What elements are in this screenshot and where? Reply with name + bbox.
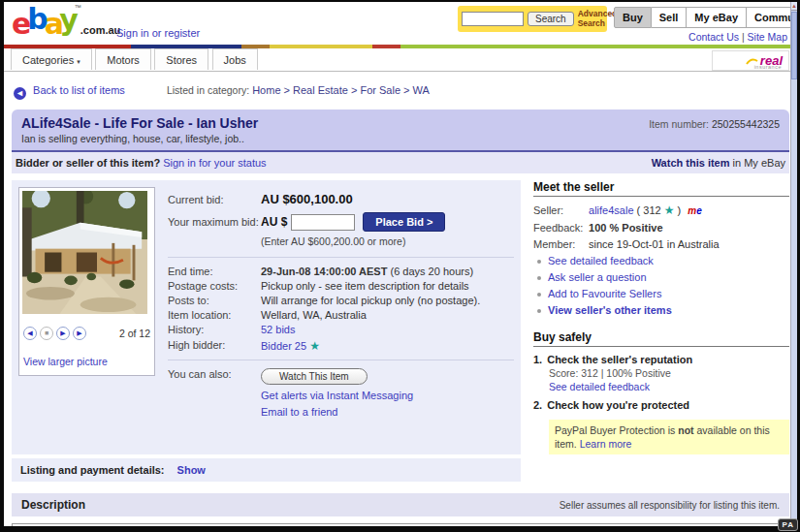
seller-name-link[interactable]: alife4sale [589, 204, 633, 216]
end-time-label: End time: [168, 266, 261, 277]
ebay-logo[interactable]: ebay™.com.au [12, 4, 121, 38]
search-button[interactable]: Search [528, 12, 574, 26]
top-header: ebay™.com.au Sign in or register Search … [4, 2, 797, 45]
current-bid-label: Current bid: [168, 194, 261, 205]
view-larger-picture-link[interactable]: View larger picture [23, 356, 108, 367]
page-subtitle: Ian is selling everything, house, car, l… [21, 133, 780, 144]
stop-slideshow-icon[interactable]: ■ [40, 327, 53, 340]
tab-jobs[interactable]: Jobs [212, 48, 258, 70]
site-map-link[interactable]: Site Map [748, 31, 787, 43]
item-location-value: Wellard, WA, Australia [261, 309, 367, 321]
member-label: Member: [533, 238, 586, 250]
paypal-note-not: not [678, 424, 693, 436]
high-bidder-label: High bidder: [168, 339, 261, 353]
bid-panel: ◀ ■ ▶ ▶ 2 of 12 View larger picture Curr… [12, 180, 521, 454]
contact-links: Contact Us | Site Map [688, 31, 787, 43]
nav-my-ebay[interactable]: My eBay [687, 7, 747, 28]
listed-in-category-label: Listed in category: [167, 84, 249, 96]
last-picture-icon[interactable]: ▶ [73, 327, 86, 340]
link-divider: | [742, 31, 745, 43]
top-nav: Buy Sell My eBay Community Help [614, 7, 797, 28]
end-time-remaining: (6 days 20 hours) [387, 266, 473, 277]
instant-messaging-alerts-link[interactable]: Get alerts via Instant Messaging [261, 390, 413, 401]
postage-costs-value: Pickup only - see item description for d… [261, 280, 469, 292]
watch-this-item-button[interactable]: Watch This Item [261, 368, 368, 385]
sign-in-link[interactable]: Sign in or register [116, 27, 200, 39]
buy-safely-number-1: 1. [533, 354, 542, 365]
show-details-link[interactable]: Show [177, 464, 206, 476]
end-time-value: 29-Jun-08 14:00:00 AEST [261, 266, 387, 277]
email-to-friend-link[interactable]: Email to a friend [261, 406, 413, 418]
nav-buy[interactable]: Buy [614, 7, 652, 28]
bidder-status-row: Bidder or seller of this item? Sign in f… [12, 152, 789, 173]
item-number: Item number: 250255442325 [649, 118, 780, 130]
about-me-icon[interactable]: me [688, 205, 701, 216]
bullet-icon [537, 260, 541, 264]
picture-column: ◀ ■ ▶ ▶ 2 of 12 View larger picture [18, 187, 155, 448]
member-value: since 19-Oct-01 in Australia [589, 238, 720, 250]
search-input[interactable] [462, 12, 524, 26]
item-photo[interactable] [22, 191, 147, 314]
seller-label: Seller: [533, 204, 586, 216]
seller-star-icon: ★ [664, 203, 675, 217]
seller-score-open: ( 312 [637, 204, 661, 216]
bid-column: Current bid: AU $600,100.00 Your maximum… [155, 187, 514, 448]
seller-score-line: Score: 312 | 100% Positive [549, 367, 789, 379]
description-bar: Description Seller assumes all responsib… [12, 493, 789, 516]
advanced-search-link[interactable]: Advanced Search [578, 10, 618, 28]
picture-box: ◀ ■ ▶ ▶ 2 of 12 View larger picture [18, 187, 155, 376]
logo-letter-a: a [45, 7, 59, 41]
me-icon-e: e [696, 205, 702, 216]
tab-stores[interactable]: Stores [154, 48, 208, 70]
learn-more-link[interactable]: Learn more [580, 438, 632, 450]
back-arrow-icon[interactable]: ◄ [14, 87, 26, 100]
check-protection-heading: Check how you're protected [547, 399, 689, 411]
buy-safely-title: Buy safely [533, 330, 789, 347]
back-to-list-link[interactable]: Back to list of items [33, 84, 125, 96]
advanced-search-line2: Search [578, 18, 605, 28]
bullet-icon [537, 309, 541, 313]
scroll-up-icon[interactable]: ▲ [791, 2, 797, 11]
contact-us-link[interactable]: Contact Us [688, 31, 739, 43]
tab-categories[interactable]: Categories ▾ [11, 48, 92, 70]
place-bid-button[interactable]: Place Bid > [363, 212, 445, 232]
bullet-icon [537, 293, 541, 297]
item-specifics-box: Item Specifics House :3 bedroom 2 bathro… [12, 523, 789, 526]
browser-scrollbar[interactable]: ▲ [790, 2, 797, 526]
breadcrumb-path[interactable]: Home > Real Estate > For Sale > WA [252, 84, 430, 96]
add-favourite-sellers-link[interactable]: Add to Favourite Sellers [548, 288, 661, 299]
paypal-note-pre: PayPal Buyer Protection is [555, 424, 678, 436]
watch-this-item-link[interactable]: Watch this item [652, 157, 730, 169]
scrollbar-thumb[interactable] [791, 12, 797, 79]
listing-payment-label: Listing and payment details: [20, 464, 165, 476]
sign-in-status-link[interactable]: Sign in for your status [163, 157, 266, 169]
next-picture-icon[interactable]: ▶ [56, 327, 70, 340]
watch-suffix: in My eBay [730, 157, 785, 169]
divider [168, 257, 514, 258]
seller-responsibility-note: Seller assumes all responsibility for li… [560, 500, 780, 511]
bidder-status-right: Watch this item in My eBay [652, 157, 785, 169]
view-other-items-link[interactable]: View seller's other items [548, 304, 672, 316]
item-location-label: Item location: [168, 309, 261, 321]
feedback-star-icon: ★ [309, 339, 320, 353]
item-number-label: Item number: [649, 118, 709, 130]
ask-seller-question-link[interactable]: Ask seller a question [548, 271, 647, 283]
prev-picture-icon[interactable]: ◀ [23, 327, 37, 340]
currency-prefix: AU $ [261, 215, 287, 229]
real-insurance-logo[interactable]: real insurance [712, 50, 789, 71]
bidder-question: Bidder or seller of this item? [16, 157, 160, 169]
ebay-page: ebay™.com.au Sign in or register Search … [4, 2, 797, 526]
nav-sell[interactable]: Sell [652, 7, 688, 28]
see-detailed-feedback-link[interactable]: See detailed feedback [548, 255, 654, 266]
high-bidder-link[interactable]: Bidder 25 [261, 340, 306, 352]
see-detailed-feedback-link-2[interactable]: See detailed feedback [549, 381, 650, 392]
feedback-label: Feedback: [533, 222, 586, 234]
max-bid-input[interactable] [291, 214, 355, 231]
logo-letter-b: b [27, 2, 44, 36]
logo-tld: .com.au [80, 24, 121, 36]
bid-history-link[interactable]: 52 bids [261, 324, 295, 335]
tab-motors[interactable]: Motors [95, 48, 151, 70]
item-title-bar: ALife4Sale - Life For Sale - Ian Usher I… [12, 110, 789, 150]
meet-the-seller-title: Meet the seller [533, 180, 789, 197]
category-tab-row: Categories ▾ Motors Stores Jobs real ins… [4, 48, 797, 72]
